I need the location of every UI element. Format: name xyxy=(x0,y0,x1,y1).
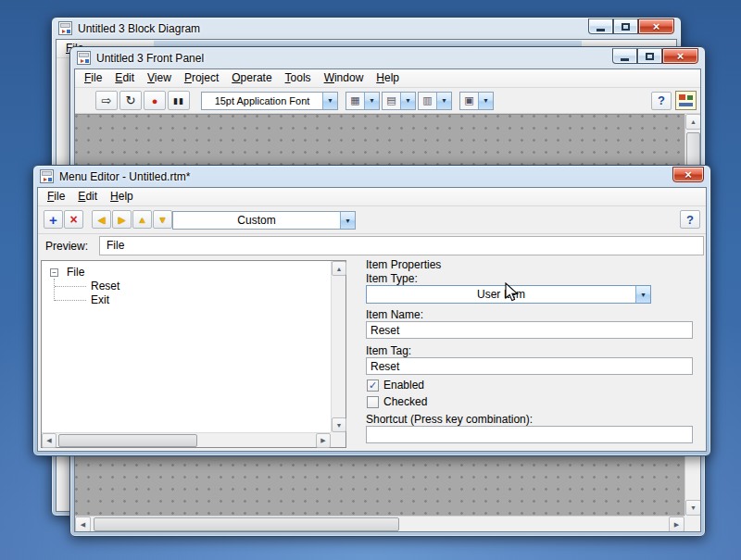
run-button[interactable]: ⇨ xyxy=(95,91,118,110)
move-right-button[interactable]: ▶ xyxy=(112,210,132,229)
labview-icon xyxy=(77,51,91,65)
scroll-down-icon: ▼ xyxy=(336,422,343,429)
resize-objects-dropdown[interactable]: ▥ ▼ xyxy=(418,92,452,110)
font-selector[interactable]: 15pt Application Font ▼ xyxy=(201,92,338,110)
menu-editor-titlebar[interactable]: Menu Editor - Untitled.rtm* xyxy=(33,166,710,187)
menu-type-value: Custom xyxy=(173,212,340,229)
move-up-button[interactable]: ▲ xyxy=(132,210,152,229)
menu-view[interactable]: View xyxy=(141,69,178,87)
chevron-down-icon: ▼ xyxy=(478,93,493,109)
scroll-left-button[interactable]: ◀ xyxy=(75,516,91,532)
shortcut-label: Shortcut (Press key combination): xyxy=(366,413,533,426)
menu-preview-bar: File xyxy=(99,236,704,255)
scroll-right-icon: ▶ xyxy=(320,437,325,444)
scroll-thumb[interactable] xyxy=(94,517,399,531)
item-tag-field[interactable] xyxy=(366,357,693,375)
scrollbar-corner xyxy=(684,516,700,531)
enabled-checkbox[interactable]: ✓ xyxy=(367,380,379,392)
scroll-down-button[interactable]: ▼ xyxy=(685,500,701,516)
menu-edit[interactable]: Edit xyxy=(108,69,141,87)
menu-project[interactable]: Project xyxy=(178,69,225,87)
maximize-button[interactable] xyxy=(613,19,638,34)
window-title: Menu Editor - Untitled.rtm* xyxy=(59,170,190,183)
caption-buttons: × xyxy=(588,19,674,34)
front-panel-titlebar[interactable]: Untitled 3 Front Panel xyxy=(70,47,705,68)
tree-horizontal-scrollbar[interactable]: ◀ ▶ xyxy=(42,432,331,447)
item-name-field[interactable] xyxy=(366,321,693,339)
tree-collapse-toggle[interactable]: − xyxy=(50,268,58,277)
scroll-up-button[interactable]: ▲ xyxy=(332,261,346,276)
move-down-button[interactable]: ▼ xyxy=(153,210,172,229)
add-item-button[interactable]: + xyxy=(44,210,63,229)
menu-help[interactable]: Help xyxy=(104,188,140,205)
scroll-left-icon: ◀ xyxy=(46,437,51,444)
menu-tools[interactable]: Tools xyxy=(279,69,318,87)
minimize-icon xyxy=(597,29,605,31)
menu-help[interactable]: Help xyxy=(370,69,406,87)
run-continuous-icon: ↻ xyxy=(126,93,136,107)
arrow-left-icon: ◀ xyxy=(98,215,106,225)
enabled-checkbox-row: ✓ Enabled xyxy=(367,379,424,392)
delete-item-button[interactable]: × xyxy=(64,210,83,229)
tree-vertical-scrollbar[interactable]: ▲ ▼ xyxy=(331,261,345,432)
menu-editor-client: File Edit Help + × ◀ ▶ ▲ ▼ Custom ▼ ? Pr… xyxy=(37,187,707,452)
close-button[interactable]: × xyxy=(672,167,704,182)
scroll-up-button[interactable]: ▲ xyxy=(685,114,701,130)
menu-type-dropdown[interactable]: Custom ▼ xyxy=(172,211,356,230)
close-button[interactable]: × xyxy=(662,48,698,64)
menu-file[interactable]: File xyxy=(78,69,108,87)
tree-item-reset[interactable]: Reset xyxy=(91,280,119,292)
align-objects-icon: ▦ xyxy=(346,93,364,109)
align-objects-dropdown[interactable]: ▦ ▼ xyxy=(345,92,380,110)
minimize-button[interactable] xyxy=(612,48,637,64)
scroll-right-button[interactable]: ▶ xyxy=(669,516,684,532)
maximize-button[interactable] xyxy=(637,48,662,64)
minimize-button[interactable] xyxy=(588,19,613,34)
chevron-down-icon: ▼ xyxy=(364,93,379,109)
scroll-up-icon: ▲ xyxy=(690,118,697,125)
menu-window[interactable]: Window xyxy=(318,69,370,87)
menu-editor-menubar: File Edit Help xyxy=(38,188,706,206)
reorder-dropdown[interactable]: ▣ ▼ xyxy=(459,92,494,110)
pause-button[interactable]: ▮▮ xyxy=(168,91,190,110)
preview-menu-file[interactable]: File xyxy=(100,237,131,255)
distribute-objects-dropdown[interactable]: ▤ ▼ xyxy=(382,92,416,110)
mouse-cursor xyxy=(505,282,525,303)
minimize-icon xyxy=(621,58,629,61)
move-left-button[interactable]: ◀ xyxy=(92,210,111,229)
close-button[interactable]: × xyxy=(638,19,674,34)
menu-operate[interactable]: Operate xyxy=(225,69,278,87)
front-panel-menubar: File Edit View Project Operate Tools Win… xyxy=(75,69,700,88)
horizontal-scrollbar[interactable]: ◀ ▶ xyxy=(75,516,684,531)
item-tag-label: Item Tag: xyxy=(366,344,411,357)
tree-item-exit[interactable]: Exit xyxy=(91,293,109,306)
close-icon: × xyxy=(653,19,660,33)
abort-button[interactable]: ● xyxy=(144,91,166,110)
scroll-down-button[interactable]: ▼ xyxy=(332,417,346,432)
menu-tree-panel: − File Reset Exit ▲ ▼ ◀ ▶ xyxy=(41,260,346,448)
scroll-thumb[interactable] xyxy=(58,434,197,447)
checked-checkbox-row: Checked xyxy=(367,395,427,408)
run-continuous-button[interactable]: ↻ xyxy=(119,91,142,110)
checked-checkbox[interactable] xyxy=(367,396,379,408)
menu-file[interactable]: File xyxy=(41,188,71,205)
block-diagram-titlebar[interactable]: Untitled 3 Block Diagram xyxy=(52,18,681,39)
menu-editor-dialog: Menu Editor - Untitled.rtm* × File Edit … xyxy=(32,165,711,456)
scroll-left-button[interactable]: ◀ xyxy=(42,433,57,448)
scroll-left-icon: ◀ xyxy=(81,521,85,529)
help-button[interactable]: ? xyxy=(680,210,700,229)
context-help-icon[interactable] xyxy=(675,91,697,110)
scroll-right-button[interactable]: ▶ xyxy=(316,433,331,448)
labview-icon xyxy=(58,21,72,35)
preview-label: Preview: xyxy=(45,240,88,253)
tree-item-file[interactable]: File xyxy=(67,266,84,279)
menu-editor-toolbar: + × ◀ ▶ ▲ ▼ Custom ▼ ? xyxy=(38,206,706,234)
pause-icon: ▮▮ xyxy=(173,96,184,106)
arrow-down-icon: ▼ xyxy=(158,215,168,225)
menu-edit[interactable]: Edit xyxy=(71,188,104,205)
maximize-icon xyxy=(622,23,630,31)
add-icon: + xyxy=(49,212,57,228)
shortcut-field[interactable] xyxy=(366,426,693,443)
item-name-label: Item Name: xyxy=(366,308,423,321)
help-button[interactable]: ? xyxy=(651,92,672,110)
